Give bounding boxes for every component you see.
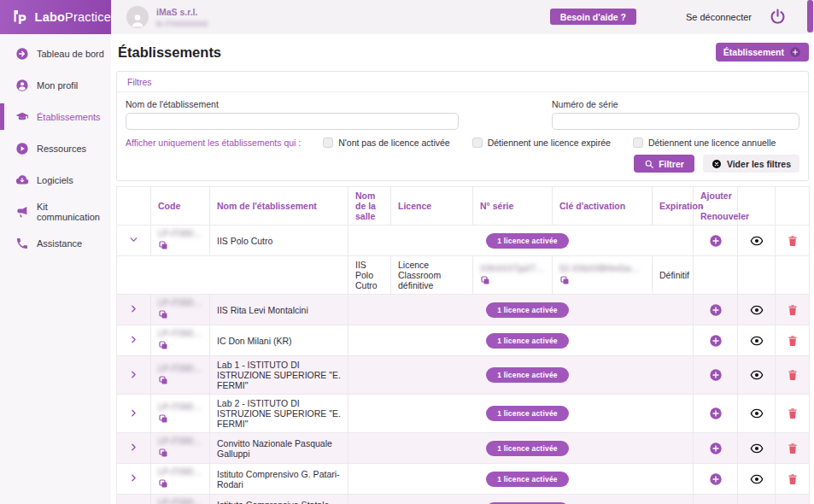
- chevron-right-icon[interactable]: [128, 442, 139, 453]
- chevron-right-icon[interactable]: [128, 472, 139, 483]
- code-masked: LP-IT0000000: [158, 402, 202, 412]
- add-licence-icon[interactable]: [709, 442, 723, 455]
- add-licence-icon[interactable]: [709, 368, 723, 382]
- checkbox-label: N'ont pas de licence activée: [338, 138, 449, 148]
- code-masked: LP-IT0000000: [158, 229, 202, 238]
- chevron-right-icon[interactable]: [128, 407, 139, 419]
- add-licence-icon[interactable]: [709, 472, 723, 486]
- show-only-label: Afficher uniquement les établissements q…: [126, 138, 301, 148]
- col-delete: [776, 187, 810, 226]
- table-row: LP-IT0000000 IIS Rita Levi Montalcini 1 …: [117, 295, 810, 325]
- view-eye-icon[interactable]: [750, 472, 764, 486]
- col-expiration: Expiration: [653, 187, 694, 226]
- help-button[interactable]: Besoin d'aide ?: [550, 9, 636, 25]
- checkbox-expired-licence[interactable]: Détiennent une licence expirée: [472, 138, 611, 148]
- sidebar-item-assistance[interactable]: Assistance: [0, 227, 111, 259]
- view-eye-icon[interactable]: [750, 303, 764, 317]
- phone-icon: [15, 237, 29, 250]
- establishment-name: IIS Polo Cutro: [210, 226, 348, 256]
- copy-icon[interactable]: [158, 309, 168, 319]
- establishment-name: Lab 2 - ISTITUTO DI ISTRUZIONE SUPERIORE…: [210, 395, 348, 433]
- licence-badge: 1 licence activée: [486, 441, 569, 456]
- sidebar-item-etablissements[interactable]: Établissements: [0, 101, 111, 132]
- view-eye-icon[interactable]: [750, 334, 764, 348]
- establishment-name: Istituto Comprensivo G. Patari-Rodari: [210, 464, 348, 495]
- checkbox-icon[interactable]: [633, 138, 643, 148]
- col-code: Code: [151, 187, 210, 226]
- dashboard-icon: [15, 47, 29, 61]
- sidebar-item-tableau-de-bord[interactable]: Tableau de bord: [0, 38, 111, 69]
- copy-icon[interactable]: [559, 275, 570, 285]
- copy-icon[interactable]: [158, 448, 168, 458]
- establishment-name: IC Don Milani (KR): [210, 325, 348, 356]
- add-establishment-button[interactable]: Établissement: [716, 43, 809, 62]
- brand-logo[interactable]: LaboPractice: [0, 0, 111, 34]
- add-licence-icon[interactable]: [709, 303, 723, 317]
- scrollbar-thumb[interactable]: [807, 0, 813, 32]
- sidebar-label: Ressources: [37, 144, 86, 154]
- org-name: iMaS s.r.l.: [156, 7, 208, 17]
- view-eye-icon[interactable]: [750, 442, 764, 455]
- page-title: Établissements: [118, 44, 221, 61]
- establishment-name-input[interactable]: [126, 113, 459, 130]
- trash-icon[interactable]: [787, 335, 799, 347]
- licence-badge: 1 licence activée: [486, 406, 569, 421]
- sidebar-label: Logiciels: [37, 175, 73, 185]
- logout-link[interactable]: Se déconnecter: [686, 12, 752, 22]
- chevron-right-icon[interactable]: [128, 334, 139, 345]
- filters-title: Filtres: [117, 72, 808, 92]
- code-masked: LP-IT0000000: [158, 467, 202, 477]
- copy-icon[interactable]: [158, 413, 168, 424]
- copy-icon[interactable]: [158, 478, 168, 489]
- table-row: LP-IT0000000 Istituto Comprensivo Statal…: [117, 495, 810, 504]
- licence-badge: 1 licence activée: [486, 233, 569, 249]
- sidebar-label: Kit communication: [37, 202, 111, 222]
- brand-name-bold: Labo: [35, 10, 65, 24]
- copy-icon[interactable]: [158, 340, 168, 350]
- serial-masked: XXhXXXTjaXTFsQXX…: [480, 264, 545, 273]
- copy-icon[interactable]: [480, 275, 490, 285]
- copy-icon[interactable]: [158, 240, 168, 250]
- trash-icon[interactable]: [787, 235, 799, 247]
- trash-icon[interactable]: [787, 442, 799, 454]
- checkbox-icon[interactable]: [323, 138, 333, 148]
- checkbox-label: Détiennent une licence expirée: [488, 138, 611, 148]
- sidebar: Tableau de bord Mon profil Établissement…: [0, 34, 111, 504]
- trash-icon[interactable]: [787, 473, 799, 485]
- establishment-name: Convitto Nazionale Pasquale Galluppi: [210, 433, 348, 464]
- add-licence-icon[interactable]: [709, 334, 723, 348]
- checkbox-icon[interactable]: [472, 138, 483, 148]
- clear-filters-button[interactable]: Vider les filtres: [703, 155, 799, 173]
- chevron-right-icon[interactable]: [128, 303, 139, 314]
- serial-number-input[interactable]: [552, 113, 799, 130]
- power-icon[interactable]: [769, 8, 787, 26]
- sidebar-item-kit-communication[interactable]: Kit communication: [0, 196, 111, 227]
- sidebar-item-ressources[interactable]: Ressources: [0, 132, 111, 164]
- view-eye-icon[interactable]: [750, 407, 764, 420]
- code-masked: LP-IT0000000: [158, 364, 202, 373]
- search-icon: [644, 159, 654, 169]
- establishment-name-label: Nom de l'établissement: [126, 99, 459, 109]
- chevron-right-icon[interactable]: [128, 369, 139, 380]
- filter-button[interactable]: Filtrer: [634, 155, 694, 173]
- view-eye-icon[interactable]: [750, 234, 764, 248]
- sidebar-item-mon-profil[interactable]: Mon profil: [0, 69, 111, 101]
- trash-icon[interactable]: [787, 407, 799, 419]
- copy-icon[interactable]: [158, 375, 168, 385]
- trash-icon[interactable]: [787, 369, 799, 381]
- view-eye-icon[interactable]: [750, 368, 764, 382]
- checkbox-annual-licence[interactable]: Détiennent une licence annuelle: [633, 138, 776, 148]
- person-icon: [129, 11, 146, 28]
- profile-icon: [15, 79, 29, 92]
- add-licence-icon[interactable]: [709, 234, 723, 248]
- trash-icon[interactable]: [787, 304, 799, 316]
- main-content: Établissements Établissement Filtres Nom…: [111, 34, 814, 504]
- brand-name: LaboPractice: [35, 10, 111, 24]
- chevron-down-icon[interactable]: [128, 234, 139, 245]
- play-circle-icon: [15, 142, 29, 155]
- user-account[interactable]: iMaS s.r.l. B-IT00000000: [126, 6, 208, 28]
- sidebar-item-logiciels[interactable]: Logiciels: [0, 164, 111, 196]
- col-add-renew: Ajouter - Renouveler: [694, 187, 738, 226]
- add-licence-icon[interactable]: [709, 407, 723, 420]
- checkbox-no-active-licence[interactable]: N'ont pas de licence activée: [323, 138, 449, 148]
